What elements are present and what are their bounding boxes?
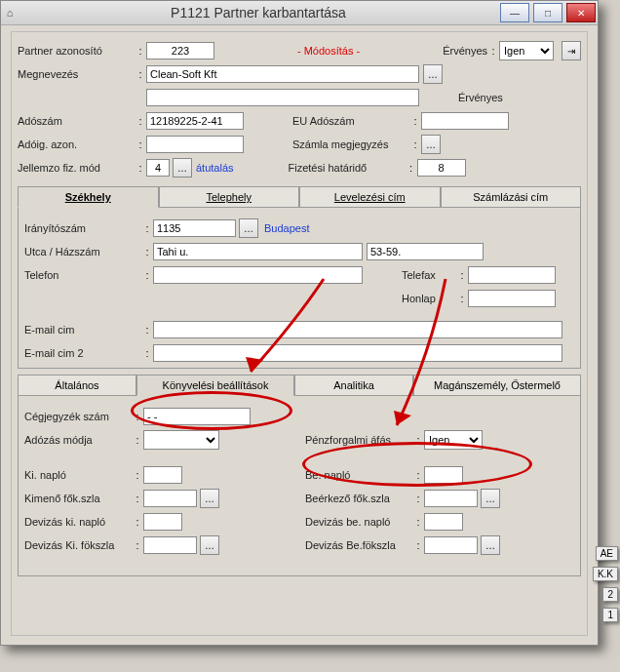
- fiz-hat-input[interactable]: [417, 159, 466, 177]
- adoig-label: Adóig. azon.: [18, 138, 135, 150]
- tab-szekhely[interactable]: Székhely: [18, 186, 159, 208]
- tab-altalanos[interactable]: Általános: [18, 375, 136, 396]
- tab-konyvelesi[interactable]: Könyvelési beállítások: [136, 375, 294, 396]
- titlebar: ⌂ P1121 Partner karbantartása — □ ✕: [1, 1, 598, 25]
- adoszam-label: Adószám: [18, 115, 135, 127]
- tab-maganszemely[interactable]: Magánszemély, Őstermelő: [413, 375, 581, 396]
- detail-tabs: Általános Könyvelési beállítások Analiti…: [18, 375, 581, 396]
- szamla-megj-label: Számla megjegyzés: [292, 138, 409, 150]
- be-naplo-input[interactable]: [424, 466, 463, 484]
- jell-fiz-label: Jellemzo fiz. mód: [18, 162, 135, 174]
- tab-levelezesi[interactable]: Levelezési cím: [299, 186, 441, 208]
- city-link[interactable]: Budapest: [264, 222, 309, 234]
- window-title: P1121 Partner karbantartása: [19, 5, 498, 20]
- app-icon: ⌂: [1, 7, 19, 19]
- adozas-label: Adózás módja: [24, 434, 132, 446]
- kim-fok-input[interactable]: [143, 490, 197, 507]
- ki-naplo-input[interactable]: [143, 466, 182, 484]
- dev-be-fok-input[interactable]: [424, 536, 478, 554]
- dev-ki-naplo-label: Devizás ki. napló: [24, 516, 132, 528]
- dev-be-naplo-input[interactable]: [424, 513, 463, 531]
- irsz-lookup-button[interactable]: …: [239, 218, 258, 238]
- megnevezes-input[interactable]: [146, 65, 419, 83]
- tab-analitika[interactable]: Analitika: [294, 375, 413, 396]
- ervenyes-section-label: Érvényes: [458, 92, 503, 103]
- ervenyes-label: Érvényes: [443, 45, 487, 57]
- megnevezes-lookup-button[interactable]: …: [423, 64, 443, 84]
- telefax-input[interactable]: [468, 266, 556, 284]
- email1-input[interactable]: [153, 321, 562, 338]
- penzforg-label: Pénzforgalmi áfás: [305, 434, 412, 446]
- maximize-button[interactable]: □: [533, 3, 562, 22]
- eu-adoszam-label: EU Adószám: [292, 115, 409, 127]
- beerk-fok-input[interactable]: [424, 490, 478, 507]
- cegj-input[interactable]: [143, 408, 251, 425]
- dev-ki-naplo-input[interactable]: [143, 513, 182, 531]
- side-tags: AE K.K 2 1: [593, 546, 618, 622]
- dev-be-fok-label: Devizás Be.fökszla: [305, 539, 412, 551]
- kim-fok-label: Kimenő fők.szla: [24, 493, 132, 504]
- dev-ki-fok-lookup[interactable]: …: [200, 535, 219, 555]
- jell-fiz-input[interactable]: [146, 159, 170, 177]
- utca-input[interactable]: [153, 243, 363, 260]
- beerk-fok-label: Beérkező fők.szla: [305, 493, 412, 504]
- partner-id-input[interactable]: [146, 42, 214, 59]
- dev-ki-fok-input[interactable]: [143, 536, 197, 554]
- eu-adoszam-input[interactable]: [421, 112, 509, 130]
- jell-fiz-lookup-button[interactable]: …: [173, 158, 192, 178]
- adozas-select[interactable]: [143, 430, 219, 450]
- telefon-label: Telefon: [24, 269, 141, 281]
- beerk-fok-lookup[interactable]: …: [481, 489, 500, 508]
- address-panel: Irányítószám : … Budapest Utca / Házszám…: [18, 208, 581, 369]
- dev-ki-fok-label: Devizás Ki. fökszla: [24, 539, 132, 551]
- hazszam-input[interactable]: [367, 243, 484, 260]
- utca-label: Utca / Házszám: [24, 246, 141, 257]
- be-naplo-label: Be. napló: [305, 469, 412, 481]
- side-tag-ae[interactable]: AE: [596, 546, 618, 561]
- irsz-label: Irányítószám: [24, 222, 141, 234]
- telefon-input[interactable]: [153, 266, 363, 284]
- penzforg-select[interactable]: Igen: [424, 430, 483, 450]
- book-panel: Cégjegyzék szám: Adózás módja: Pénzforga…: [18, 396, 581, 576]
- fiz-hat-label: Fizetési határidő: [289, 162, 406, 174]
- address-tabs: Székhely Telephely Levelezési cím Számlá…: [18, 186, 581, 208]
- email2-input[interactable]: [153, 344, 562, 362]
- main-form: Partner azonosító : - Módosítás - Érvény…: [11, 31, 588, 636]
- cegj-label: Cégjegyzék szám: [24, 411, 132, 422]
- adoig-input[interactable]: [146, 136, 244, 153]
- megnevezes2-input[interactable]: [146, 89, 419, 106]
- szamla-megj-button[interactable]: …: [421, 135, 441, 154]
- side-tag-kk[interactable]: K.K: [593, 567, 618, 581]
- side-tag-2[interactable]: 2: [602, 587, 618, 602]
- adoszam-input[interactable]: [146, 112, 244, 130]
- pin-button[interactable]: ⇥: [562, 41, 581, 60]
- telefax-label: Telefax: [402, 269, 456, 281]
- close-button[interactable]: ✕: [566, 3, 596, 22]
- dev-be-fok-lookup[interactable]: …: [481, 535, 500, 555]
- email2-label: E-mail cim 2: [24, 347, 141, 359]
- kim-fok-lookup[interactable]: …: [200, 489, 219, 508]
- irsz-input[interactable]: [153, 219, 236, 237]
- honlap-label: Honlap: [402, 293, 456, 304]
- email1-label: E-mail cim: [24, 324, 141, 336]
- ki-naplo-label: Ki. napló: [24, 469, 132, 481]
- partner-id-label: Partner azonosító: [18, 45, 135, 57]
- megnevezes-label: Megnevezés: [18, 68, 135, 80]
- tab-szamlazasi[interactable]: Számlázási cím: [441, 186, 582, 208]
- ervenyes-select[interactable]: Igen: [499, 41, 554, 60]
- status-text: - Módosítás -: [297, 45, 360, 57]
- tab-telephely[interactable]: Telephely: [159, 186, 300, 208]
- side-tag-1[interactable]: 1: [602, 608, 618, 622]
- atutalas-link[interactable]: átutalás: [196, 162, 234, 174]
- dev-be-naplo-label: Devizás be. napló: [305, 516, 412, 528]
- honlap-input[interactable]: [468, 290, 556, 307]
- app-window: ⌂ P1121 Partner karbantartása — □ ✕ Part…: [0, 0, 599, 646]
- minimize-button[interactable]: —: [500, 3, 529, 22]
